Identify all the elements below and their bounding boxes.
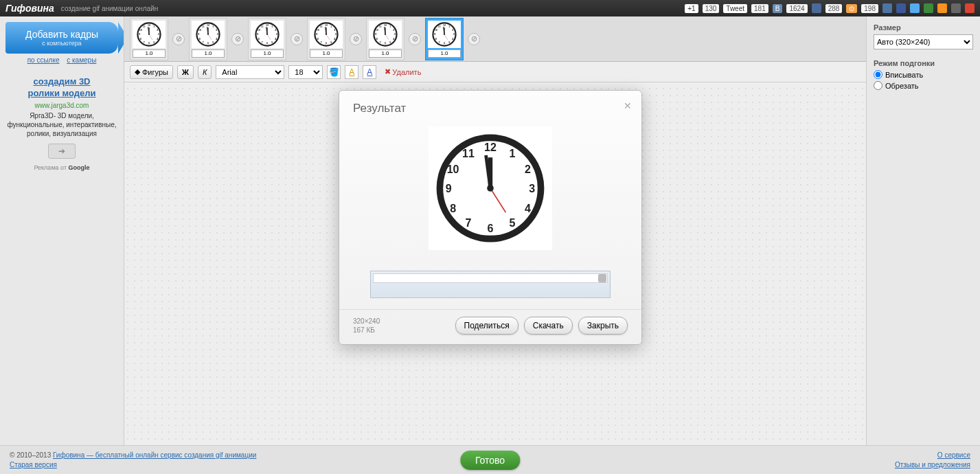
modal-footer: 320×240 167 КБ Поделиться Скачать Закрыт… xyxy=(339,309,641,344)
footer: © 2010–2013 Гифовина — бесплатный онлайн… xyxy=(0,445,980,474)
close-button[interactable]: Закрыть xyxy=(578,317,628,335)
footer-right: О сервисе Отзывы и предложения xyxy=(895,451,970,470)
modal-title: Результат xyxy=(353,102,406,115)
url-input[interactable] xyxy=(373,273,608,283)
ready-button[interactable]: Готово xyxy=(460,451,520,470)
download-button[interactable]: Скачать xyxy=(524,317,573,335)
modal-header: Результат ✕ xyxy=(339,91,641,121)
result-preview xyxy=(429,126,552,250)
footer-feedback-link[interactable]: Отзывы и предложения xyxy=(895,461,970,469)
footer-about-link[interactable]: О сервисе xyxy=(937,451,970,459)
share-button[interactable]: Поделиться xyxy=(455,317,519,335)
result-modal: Результат ✕ 320×240 167 КБ Поделиться Ск… xyxy=(339,90,642,345)
url-box xyxy=(370,271,611,298)
close-icon[interactable]: ✕ xyxy=(624,100,632,111)
copy-icon[interactable] xyxy=(598,274,606,282)
footer-old-link[interactable]: Старая версия xyxy=(10,461,57,469)
footer-left: © 2010–2013 Гифовина — бесплатный онлайн… xyxy=(10,451,256,470)
footer-main-link[interactable]: Гифовина — бесплатный онлайн сервис созд… xyxy=(53,451,256,459)
result-meta: 320×240 167 КБ xyxy=(353,317,380,335)
modal-backdrop: Результат ✕ 320×240 167 КБ Поделиться Ск… xyxy=(0,0,980,474)
modal-body xyxy=(339,121,641,309)
